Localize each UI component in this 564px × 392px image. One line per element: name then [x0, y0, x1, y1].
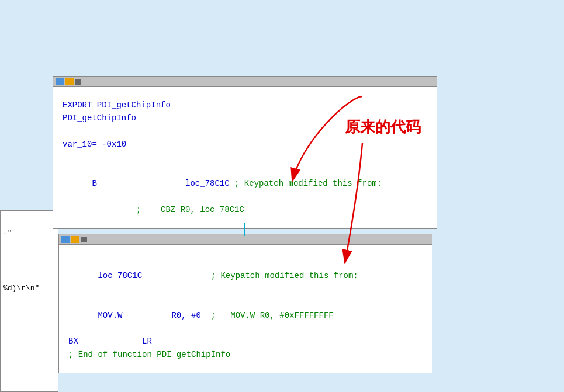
bottom-titlebar-icon-blue: [61, 236, 70, 243]
bottom-line-loc: loc_78C1C ; Keypatch modified this from:: [68, 256, 423, 296]
top-window-content: EXPORT PDI_getChipInfo PDI_getChipInfo v…: [53, 87, 437, 228]
bottom-code-window: loc_78C1C ; Keypatch modified this from:…: [58, 234, 432, 373]
bottom-titlebar-icon-gray: [81, 237, 87, 242]
loc-comment: ; Keypatch modified this from:: [211, 271, 358, 280]
top-code-window: EXPORT PDI_getChipInfo PDI_getChipInfo v…: [53, 76, 437, 229]
titlebar-icon-orange: [65, 78, 74, 85]
code-line-cbz: ; CBZ R0, loc_78C1C: [63, 203, 427, 216]
code-line-branch: B loc_78C1C ; Keypatch modified this fro…: [63, 164, 427, 203]
background-window: -" %d)\r\n": [0, 210, 58, 392]
bottom-titlebar-icon-orange: [71, 236, 79, 243]
bottom-line-bx: BX LR: [68, 335, 423, 348]
branch-comment: ; Keypatch modified this from:: [234, 179, 382, 188]
movw-blue: MOV.W R0, #0: [98, 311, 210, 320]
top-titlebar: [53, 77, 437, 87]
connector-line: [244, 223, 245, 236]
code-line-export: EXPORT PDI_getChipInfo: [63, 99, 427, 112]
titlebar-icon-blue: [56, 78, 64, 85]
bottom-line-movw: MOV.W R0, #0 ; MOV.W R0, #0xFFFFFFFF: [68, 296, 423, 335]
bottom-window-content: loc_78C1C ; Keypatch modified this from:…: [59, 245, 432, 373]
code-line-blank2: [63, 151, 427, 164]
loc-blue: loc_78C1C: [98, 271, 210, 280]
bottom-line-end: ; End of function PDI_getChipInfo: [68, 348, 423, 361]
code-line-var: var_10= -0x10: [63, 138, 427, 151]
titlebar-icon-gray: [75, 79, 81, 85]
branch-blue-part: B loc_78C1C: [92, 179, 234, 188]
movw-comment: ; MOV.W R0, #0xFFFFFFFF: [211, 311, 334, 320]
bg-window-text: -" %d)\r\n": [1, 211, 58, 299]
bg-line-1: -": [3, 228, 56, 237]
original-code-label: 原来的代码: [345, 117, 421, 137]
bg-line-2: %d)\r\n": [3, 284, 56, 293]
bottom-titlebar: [59, 234, 432, 245]
